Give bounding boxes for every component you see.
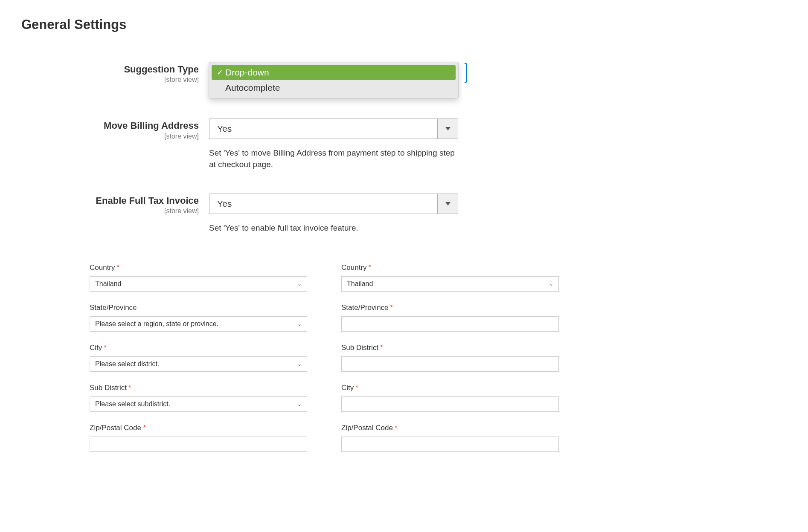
option-label: Autocomplete — [225, 83, 280, 93]
select-value: Yes — [209, 124, 437, 134]
field-country-right: Country* Thailand ⌄ — [341, 263, 559, 292]
page-title: General Settings — [21, 17, 787, 32]
enable-invoice-note: Set 'Yes' to enable full tax invoice fea… — [209, 223, 458, 234]
required-marker: * — [104, 344, 107, 352]
chevron-down-icon: ⌄ — [297, 281, 302, 287]
select-value: Please select a region, state or provinc… — [95, 320, 218, 328]
select-value: Thailand — [95, 280, 121, 288]
field-country-left: Country* Thailand ⌄ — [90, 263, 307, 292]
suggestion-type-dropdown[interactable]: ✓ Drop-down Autocomplete — [209, 62, 459, 98]
suggestion-type-label: Suggestion Type — [124, 64, 199, 75]
move-billing-label: Move Billing Address — [104, 120, 199, 131]
state-label: State/Province — [90, 304, 307, 312]
required-marker: * — [117, 263, 120, 272]
required-marker: * — [380, 344, 383, 352]
field-state-left: State/Province Please select a region, s… — [90, 304, 307, 332]
left-address-form: Country* Thailand ⌄ State/Province Pleas… — [90, 263, 307, 464]
label-col: Enable Full Tax Invoice [store view] — [21, 194, 209, 234]
subdistrict-label: Sub District* — [341, 344, 559, 352]
select-value: Please select subdistrict. — [95, 400, 170, 408]
general-settings-form: Suggestion Type [store view] ✓ Drop-down… — [21, 62, 465, 234]
required-marker: * — [143, 424, 146, 432]
city-label: City* — [341, 384, 559, 392]
field-subdistrict-right: Sub District* — [341, 344, 559, 372]
select-value: Please select district. — [95, 360, 159, 368]
country-label: Country* — [341, 263, 559, 272]
required-marker: * — [390, 304, 393, 312]
right-address-form: Country* Thailand ⌄ State/Province* Sub … — [341, 263, 559, 464]
city-input[interactable] — [341, 396, 559, 412]
focus-indicator — [465, 63, 467, 83]
field-zip-left: Zip/Postal Code* — [90, 424, 307, 452]
scope-label: [store view] — [21, 133, 199, 140]
chevron-down-icon: ⌄ — [549, 281, 553, 287]
country-label: Country* — [90, 263, 307, 272]
enable-invoice-select[interactable]: Yes — [209, 194, 458, 214]
subdistrict-label: Sub District* — [90, 384, 307, 392]
city-label: City* — [90, 344, 307, 352]
dropdown-option-autocomplete[interactable]: Autocomplete — [212, 80, 456, 95]
chevron-down-icon: ⌄ — [297, 401, 302, 407]
subdistrict-input[interactable] — [341, 356, 559, 372]
required-marker: * — [355, 384, 358, 392]
field-state-right: State/Province* — [341, 304, 559, 332]
field-col: Yes Set 'Yes' to move Billing Address fr… — [209, 119, 465, 170]
city-select[interactable]: Please select district. ⌄ — [90, 356, 307, 372]
country-select[interactable]: Thailand ⌄ — [341, 276, 559, 292]
dropdown-option-dropdown[interactable]: ✓ Drop-down — [212, 65, 456, 80]
enable-invoice-label: Enable Full Tax Invoice — [96, 195, 199, 206]
field-move-billing: Move Billing Address [store view] Yes Se… — [21, 119, 465, 170]
field-col: ✓ Drop-down Autocomplete — [209, 62, 465, 84]
zip-label: Zip/Postal Code* — [341, 424, 559, 432]
option-label: Drop-down — [225, 67, 269, 78]
label-col: Suggestion Type [store view] — [21, 62, 209, 84]
state-select[interactable]: Please select a region, state or provinc… — [90, 316, 307, 332]
chevron-down-icon: ⌄ — [297, 361, 302, 367]
check-icon: ✓ — [217, 68, 225, 77]
field-subdistrict-left: Sub District* Please select subdistrict.… — [90, 384, 307, 412]
state-input[interactable] — [341, 316, 559, 332]
state-label: State/Province* — [341, 304, 559, 312]
chevron-down-icon — [437, 119, 458, 139]
field-city-left: City* Please select district. ⌄ — [90, 344, 307, 372]
scope-label: [store view] — [21, 207, 199, 215]
field-col: Yes Set 'Yes' to enable full tax invoice… — [209, 194, 465, 234]
required-marker: * — [369, 263, 372, 272]
subdistrict-select[interactable]: Please select subdistrict. ⌄ — [90, 396, 307, 412]
zip-input[interactable] — [90, 437, 307, 452]
select-value: Yes — [209, 199, 437, 209]
field-zip-right: Zip/Postal Code* — [341, 424, 559, 452]
move-billing-note: Set 'Yes' to move Billing Address from p… — [209, 147, 458, 170]
required-marker: * — [128, 384, 131, 392]
scope-label: [store view] — [21, 76, 199, 84]
chevron-down-icon — [437, 194, 458, 214]
country-select[interactable]: Thailand ⌄ — [90, 276, 307, 292]
zip-label: Zip/Postal Code* — [90, 424, 307, 432]
address-preview-area: Country* Thailand ⌄ State/Province Pleas… — [21, 263, 787, 464]
field-suggestion-type: Suggestion Type [store view] ✓ Drop-down… — [21, 62, 465, 84]
field-enable-invoice: Enable Full Tax Invoice [store view] Yes… — [21, 194, 465, 234]
move-billing-select[interactable]: Yes — [209, 119, 458, 139]
field-city-right: City* — [341, 384, 559, 412]
label-col: Move Billing Address [store view] — [21, 119, 209, 170]
select-value: Thailand — [347, 280, 373, 288]
required-marker: * — [395, 424, 398, 432]
chevron-down-icon: ⌄ — [297, 321, 302, 327]
zip-input[interactable] — [341, 437, 559, 452]
